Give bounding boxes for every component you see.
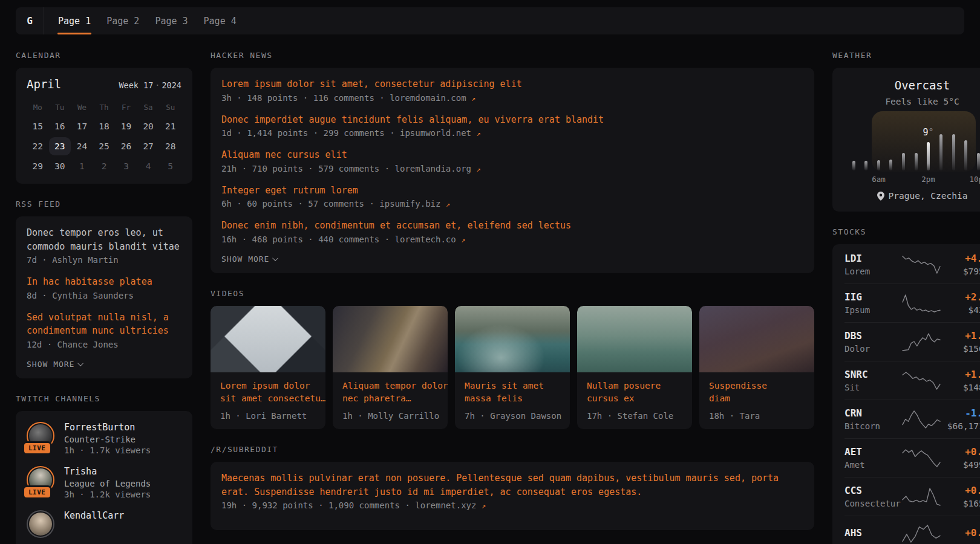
hn-item-link[interactable]: Donec imperdiet augue tincidunt felis al… bbox=[221, 113, 803, 127]
video-card[interactable]: Mauris sit ametmassa felis 7h · Grayson … bbox=[455, 306, 570, 430]
video-thumbnail[interactable] bbox=[333, 306, 448, 372]
app-logo[interactable]: G bbox=[16, 7, 44, 34]
video-thumbnail[interactable] bbox=[455, 306, 570, 372]
stock-row[interactable]: DBSDolor +1.42%$156.28 bbox=[844, 322, 980, 361]
video-thumbnail[interactable] bbox=[699, 306, 814, 372]
hn-domain-link[interactable]: loremdomain.com bbox=[390, 93, 466, 103]
tab-page-2[interactable]: Page 2 bbox=[99, 7, 147, 34]
rss-item: In hac habitasse platea 8d · Cynthia Sau… bbox=[27, 275, 181, 300]
hn-domain-link[interactable]: loremtech.co bbox=[395, 235, 456, 244]
video-body: Lorem ipsum dolorsit amet consectetu… 1h… bbox=[211, 372, 325, 430]
stock-row[interactable]: IIGIpsum +2.84%$42.04 bbox=[844, 283, 980, 322]
hn-domain-link[interactable]: loremlandia.org bbox=[395, 164, 471, 173]
stock-name: Lorem bbox=[844, 267, 901, 276]
weather-condition: Overcast bbox=[844, 79, 980, 92]
stock-values: +1.36%$148.64 bbox=[942, 369, 980, 392]
stock-symbol: IIG bbox=[844, 291, 901, 303]
calendar-day: 17 bbox=[71, 117, 93, 135]
weather-hourly-chart: 9° 6am 2pm 10pm bbox=[848, 116, 980, 184]
stock-change: +0.51% bbox=[942, 485, 980, 496]
rss-item-link[interactable]: In hac habitasse platea bbox=[27, 275, 181, 289]
stock-row[interactable]: SNRCSit +1.36%$148.64 bbox=[844, 361, 980, 400]
rss-item-link[interactable]: Sed volutpat nulla nisl, a condimentum n… bbox=[27, 311, 181, 338]
video-title-line: sit amet consectetu… bbox=[220, 393, 325, 403]
external-link-icon: ↗ bbox=[471, 94, 475, 103]
hn-meta-text: 1d · 1,414 points · 299 comments · bbox=[221, 128, 400, 138]
stock-row[interactable]: AHS +0.46% bbox=[844, 516, 980, 544]
calendar-day: 26 bbox=[115, 137, 137, 155]
time-label: 10pm bbox=[969, 175, 980, 184]
stock-change: +4.35% bbox=[942, 253, 980, 264]
stock-values: +0.46% bbox=[942, 527, 980, 541]
rss-show-more-button[interactable]: SHOW MORE bbox=[27, 360, 181, 369]
calendar-grid: Mo Tu We Th Fr Sa Su 15 16 17 18 19 20 2… bbox=[27, 99, 181, 175]
tab-page-4[interactable]: Page 4 bbox=[196, 7, 244, 34]
weather-bar bbox=[952, 134, 955, 170]
video-title[interactable]: Suspendissediam bbox=[709, 380, 805, 406]
calendar-day: 19 bbox=[115, 117, 137, 135]
hn-item-link[interactable]: Integer eget rutrum lorem bbox=[221, 184, 803, 198]
stock-id: LDILorem bbox=[844, 253, 901, 276]
tab-page-3[interactable]: Page 3 bbox=[147, 7, 195, 34]
twitch-channel-row[interactable]: LIVE Trisha League of Legends 3h · 1.2k … bbox=[27, 466, 181, 499]
video-title-line: Mauris sit amet bbox=[465, 381, 544, 390]
stock-row[interactable]: CRNBitcorn -1.00%$66,171.48 bbox=[844, 400, 980, 438]
stocks-widget-title: STOCKS bbox=[832, 227, 980, 236]
hn-item-link[interactable]: Aliquam nec cursus elit bbox=[221, 148, 803, 162]
weekday-label: We bbox=[71, 99, 93, 115]
video-body: Suspendissediam 18h · Tara bbox=[699, 372, 814, 430]
subreddit-widget: /R/SUBREDDIT Maecenas mollis pulvinar er… bbox=[211, 445, 814, 530]
hn-domain-link[interactable]: ipsumify.biz bbox=[379, 199, 440, 209]
video-card[interactable]: Lorem ipsum dolorsit amet consectetu… 1h… bbox=[211, 306, 325, 430]
twitch-channel-row[interactable]: LIVE ForrestBurton Counter-Strike 1h · 1… bbox=[27, 422, 181, 455]
video-title[interactable]: Mauris sit ametmassa felis bbox=[465, 380, 560, 406]
stock-price: $165.84 bbox=[942, 499, 980, 508]
stock-row[interactable]: LDILorem +4.35%$795.18 bbox=[844, 245, 980, 283]
channel-name: ForrestBurton bbox=[64, 422, 151, 433]
video-card[interactable]: Nullam posuerecursus ex 17h · Stefan Col… bbox=[577, 306, 692, 430]
stock-id: IIGIpsum bbox=[844, 291, 901, 315]
time-label: 6am bbox=[872, 175, 886, 184]
weather-feels-like: Feels like 5°C bbox=[844, 97, 980, 106]
hn-item: Aliquam nec cursus elit 21h · 710 points… bbox=[221, 148, 803, 173]
weekday-label: Tu bbox=[49, 99, 71, 115]
calendar-widget-title: CALENDAR bbox=[16, 51, 192, 60]
hn-item: Donec enim nibh, condimentum et accumsan… bbox=[221, 219, 803, 244]
rss-item-meta: 12d · Chance Jones bbox=[27, 340, 181, 349]
stock-sparkline bbox=[901, 254, 942, 275]
tab-page-1[interactable]: Page 1 bbox=[50, 7, 99, 34]
stock-row[interactable]: AETAmet +0.92%$499.72 bbox=[844, 438, 980, 477]
current-temp-label: 9° bbox=[923, 127, 933, 138]
reddit-post-meta: 19h · 9,932 points · 1,090 comments · lo… bbox=[221, 500, 803, 510]
video-card[interactable]: Suspendissediam 18h · Tara bbox=[699, 306, 814, 430]
calendar-widget: CALENDAR April Week 17·2024 Mo Tu We Th … bbox=[16, 51, 192, 184]
hn-item-meta: 3h · 148 points · 116 comments · loremdo… bbox=[221, 93, 803, 103]
video-body: Aliquam tempor dolornec pharetra… 1h · M… bbox=[333, 372, 448, 430]
calendar-day: 20 bbox=[137, 117, 160, 135]
reddit-domain-link[interactable]: loremnet.xyz bbox=[415, 500, 476, 510]
video-thumbnail[interactable] bbox=[211, 306, 325, 372]
video-card[interactable]: Aliquam tempor dolornec pharetra… 1h · M… bbox=[333, 306, 448, 430]
video-title[interactable]: Nullam posuerecursus ex bbox=[587, 380, 682, 406]
reddit-post-link[interactable]: Maecenas mollis pulvinar erat non posuer… bbox=[221, 471, 803, 499]
video-title[interactable]: Lorem ipsum dolorsit amet consectetu… bbox=[220, 380, 316, 406]
hn-meta-text: 3h · 148 points · 116 comments · bbox=[221, 93, 390, 103]
weather-bar bbox=[915, 153, 918, 170]
stock-id: AETAmet bbox=[844, 446, 901, 470]
stock-values: +0.51%$165.84 bbox=[942, 485, 980, 508]
stock-sparkline bbox=[901, 448, 942, 468]
twitch-channel-row[interactable]: KendallCarr bbox=[27, 510, 181, 538]
rss-item-link[interactable]: Donec tempor eros leo, ut commodo mauris… bbox=[27, 226, 181, 253]
calendar-card: April Week 17·2024 Mo Tu We Th Fr Sa Su … bbox=[16, 68, 192, 184]
weather-card: Overcast Feels like 5°C 9° 6am 2pm 10pm … bbox=[832, 68, 980, 212]
video-title[interactable]: Aliquam tempor dolornec pharetra… bbox=[342, 380, 438, 406]
dashboard-page: G Page 1 Page 2 Page 3 Page 4 CALENDAR A… bbox=[0, 0, 980, 544]
hn-domain-link[interactable]: ipsumworld.net bbox=[400, 128, 471, 138]
hn-item-link[interactable]: Lorem ipsum dolor sit amet, consectetur … bbox=[221, 77, 803, 91]
hn-show-more-button[interactable]: SHOW MORE bbox=[221, 254, 803, 264]
hn-item-link[interactable]: Donec enim nibh, condimentum et accumsan… bbox=[221, 219, 803, 233]
external-link-icon: ↗ bbox=[461, 236, 465, 244]
stock-row[interactable]: CCSConsectetur +0.51%$165.84 bbox=[844, 477, 980, 516]
location-pin-icon bbox=[877, 192, 884, 201]
video-thumbnail[interactable] bbox=[577, 306, 692, 372]
